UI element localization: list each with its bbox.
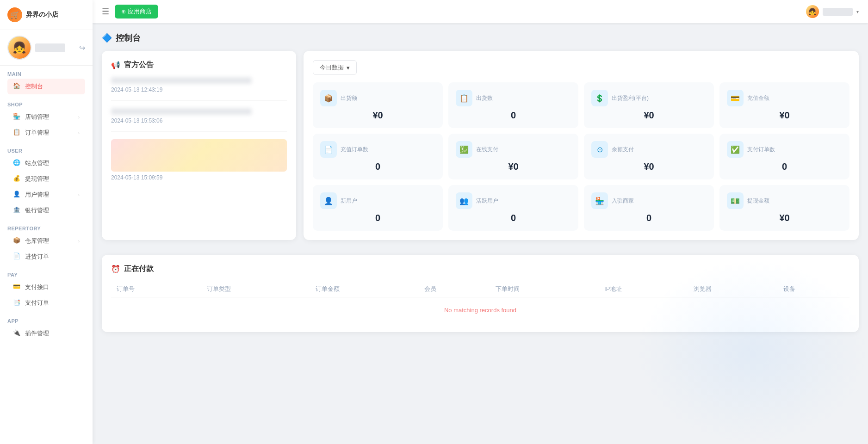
menu-toggle-icon[interactable]: ☰ bbox=[102, 6, 109, 17]
sidebar-section-title-user: USER bbox=[7, 148, 85, 154]
sidebar-label-stock-order: 进货订单 bbox=[25, 253, 49, 261]
stat-card-shipment-count: 📋出货数0 bbox=[448, 82, 578, 128]
stat-label-recharge-amount: 充值金额 bbox=[747, 94, 769, 102]
filter-dropdown-icon: ▾ bbox=[347, 64, 350, 71]
payment-col-设备: 设备 bbox=[778, 281, 849, 297]
stat-label-shipment-count: 出货数 bbox=[476, 94, 493, 102]
sidebar-item-user-mgmt[interactable]: 👤用户管理› bbox=[7, 187, 85, 203]
sidebar-section-pay: PAY💳支付接口📑支付订单 bbox=[0, 266, 93, 313]
stats-panel: 今日数据 ▾ 📦出货额¥0📋出货数0💲出货盈利(平台)¥0💳充值金额¥0📄充值订… bbox=[304, 51, 859, 240]
sidebar-item-pay-order[interactable]: 📑支付订单 bbox=[7, 295, 85, 311]
stat-value-recharge-amount: ¥0 bbox=[727, 110, 842, 121]
stat-label-merchant-join: 入驻商家 bbox=[612, 197, 634, 205]
stat-label-shipment-profit: 出货盈利(平台) bbox=[612, 94, 649, 102]
username bbox=[35, 43, 65, 52]
no-records-message: No matching records found bbox=[111, 297, 849, 323]
stat-value-balance-payment: ¥0 bbox=[591, 161, 707, 172]
announcement-item[interactable]: 2024-05-13 12:43:19 bbox=[111, 77, 287, 101]
sidebar-nav: MAIN🏠控制台SHOP🏪店铺管理›📋订单管理›USER🌐站点管理💰提现管理👤用… bbox=[0, 66, 93, 343]
sidebar-section-user: USER🌐站点管理💰提现管理👤用户管理›🏦银行管理 bbox=[0, 142, 93, 220]
logout-button[interactable]: ↪ bbox=[79, 43, 85, 52]
sidebar-item-site-mgmt[interactable]: 🌐站点管理 bbox=[7, 155, 85, 171]
topbar-dropdown-icon[interactable]: ▾ bbox=[856, 9, 859, 14]
payment-title: ⏰ 正在付款 bbox=[111, 264, 849, 274]
stat-icon-withdraw-amount: 💵 bbox=[727, 192, 744, 209]
sidebar-section-title-repertory: REPERTORY bbox=[7, 226, 85, 231]
sidebar-chevron-warehouse-mgmt: › bbox=[78, 239, 80, 244]
stat-value-new-users: 0 bbox=[320, 213, 435, 223]
sidebar-item-warehouse-mgmt[interactable]: 📦仓库管理› bbox=[7, 233, 85, 249]
sidebar-chevron-user-mgmt: › bbox=[78, 192, 80, 197]
sidebar-item-plugin-mgmt[interactable]: 🔌插件管理 bbox=[7, 326, 85, 341]
sidebar-label-store-mgmt: 店铺管理 bbox=[25, 113, 49, 121]
page-title-icon: 🔷 bbox=[102, 33, 112, 43]
sidebar-logo: 🛒 异界の小店 bbox=[0, 0, 93, 30]
stat-icon-recharge-amount: 💳 bbox=[727, 90, 744, 106]
announcement-date: 2024-05-13 15:53:06 bbox=[111, 117, 287, 124]
avatar: 👧 bbox=[7, 36, 31, 60]
stat-icon-shipment-amount: 📦 bbox=[320, 90, 337, 106]
announcement-content-blurred bbox=[111, 77, 252, 84]
sidebar-icon-user-mgmt: 👤 bbox=[13, 191, 21, 199]
sidebar-item-pay-interface[interactable]: 💳支付接口 bbox=[7, 279, 85, 295]
stat-icon-shipment-count: 📋 bbox=[456, 90, 472, 106]
stat-icon-online-payment: 💹 bbox=[456, 141, 472, 158]
sidebar-icon-site-mgmt: 🌐 bbox=[13, 159, 21, 167]
stat-card-withdraw-amount: 💵提现金额¥0 bbox=[719, 185, 849, 231]
payment-col-订单号: 订单号 bbox=[111, 281, 201, 297]
sidebar-item-order-mgmt[interactable]: 📋订单管理› bbox=[7, 125, 85, 141]
sidebar-item-withdraw-mgmt[interactable]: 💰提现管理 bbox=[7, 171, 85, 187]
stats-grid: 📦出货额¥0📋出货数0💲出货盈利(平台)¥0💳充值金额¥0📄充值订单数0💹在线支… bbox=[313, 82, 849, 231]
stat-card-shipment-amount: 📦出货额¥0 bbox=[313, 82, 443, 128]
topbar-right: 👧 ▾ bbox=[806, 5, 859, 18]
sidebar-section-title-pay: PAY bbox=[7, 272, 85, 278]
stats-filter-button[interactable]: 今日数据 ▾ bbox=[313, 60, 357, 75]
stat-label-online-payment: 在线支付 bbox=[476, 146, 498, 154]
sidebar-item-bank-mgmt[interactable]: 🏦银行管理 bbox=[7, 203, 85, 218]
sidebar-section-app: APP🔌插件管理 bbox=[0, 313, 93, 343]
sidebar-label-user-mgmt: 用户管理 bbox=[25, 191, 49, 199]
stat-icon-merchant-join: 🏪 bbox=[591, 192, 608, 209]
sidebar-item-stock-order[interactable]: 📄进货订单 bbox=[7, 249, 85, 265]
stat-label-payment-orders: 支付订单数 bbox=[747, 146, 775, 154]
stat-card-recharge-orders: 📄充值订单数0 bbox=[313, 134, 443, 179]
sidebar-icon-store-mgmt: 🏪 bbox=[13, 113, 21, 121]
stat-card-merchant-join: 🏪入驻商家0 bbox=[584, 185, 714, 231]
stat-value-payment-orders: 0 bbox=[727, 161, 842, 172]
sidebar-section-title-main: MAIN bbox=[7, 71, 85, 77]
stat-card-new-users: 👤新用户0 bbox=[313, 185, 443, 231]
app-store-button[interactable]: ⊕ 应用商店 bbox=[115, 5, 158, 18]
stat-value-recharge-orders: 0 bbox=[320, 161, 435, 172]
sidebar-label-dashboard: 控制台 bbox=[25, 82, 43, 91]
stat-label-withdraw-amount: 提现金额 bbox=[747, 197, 769, 205]
user-profile: 👧 ↪ bbox=[0, 30, 93, 66]
stat-label-active-users: 活跃用户 bbox=[476, 197, 498, 205]
payment-col-IP地址: IP地址 bbox=[599, 281, 688, 297]
payment-panel: ⏰ 正在付款 订单号订单类型订单金额会员下单时间IP地址浏览器设备 No mat… bbox=[102, 255, 859, 332]
stat-icon-shipment-profit: 💲 bbox=[591, 90, 608, 106]
stat-card-online-payment: 💹在线支付¥0 bbox=[448, 134, 578, 179]
stat-value-shipment-amount: ¥0 bbox=[320, 110, 435, 121]
sidebar-item-dashboard[interactable]: 🏠控制台 bbox=[7, 79, 85, 94]
topbar-avatar: 👧 bbox=[806, 5, 819, 18]
sidebar-label-pay-order: 支付订单 bbox=[25, 299, 49, 307]
stat-icon-payment-orders: ✅ bbox=[727, 141, 744, 158]
sidebar-item-store-mgmt[interactable]: 🏪店铺管理› bbox=[7, 109, 85, 125]
stat-icon-new-users: 👤 bbox=[320, 192, 337, 209]
topbar-username bbox=[823, 8, 853, 16]
announcement-content-blurred bbox=[111, 108, 252, 115]
stat-label-shipment-amount: 出货额 bbox=[341, 94, 357, 102]
sidebar-label-order-mgmt: 订单管理 bbox=[25, 129, 49, 137]
logo-icon: 🛒 bbox=[7, 7, 22, 22]
sidebar-section-shop: SHOP🏪店铺管理›📋订单管理› bbox=[0, 96, 93, 142]
payment-col-下单时间: 下单时间 bbox=[490, 281, 599, 297]
sidebar-label-withdraw-mgmt: 提现管理 bbox=[25, 175, 49, 183]
payment-table-header: 订单号订单类型订单金额会员下单时间IP地址浏览器设备 bbox=[111, 281, 849, 297]
stat-icon-active-users: 👥 bbox=[456, 192, 472, 209]
stat-card-shipment-profit: 💲出货盈利(平台)¥0 bbox=[584, 82, 714, 128]
payment-col-订单类型: 订单类型 bbox=[201, 281, 310, 297]
stat-value-shipment-profit: ¥0 bbox=[591, 110, 707, 121]
announcement-item[interactable]: 2024-05-13 15:09:59 bbox=[111, 139, 287, 188]
announcement-panel: 📢 官方公告 2024-05-13 12:43:192024-05-13 15:… bbox=[102, 51, 296, 240]
announcement-item[interactable]: 2024-05-13 15:53:06 bbox=[111, 108, 287, 132]
